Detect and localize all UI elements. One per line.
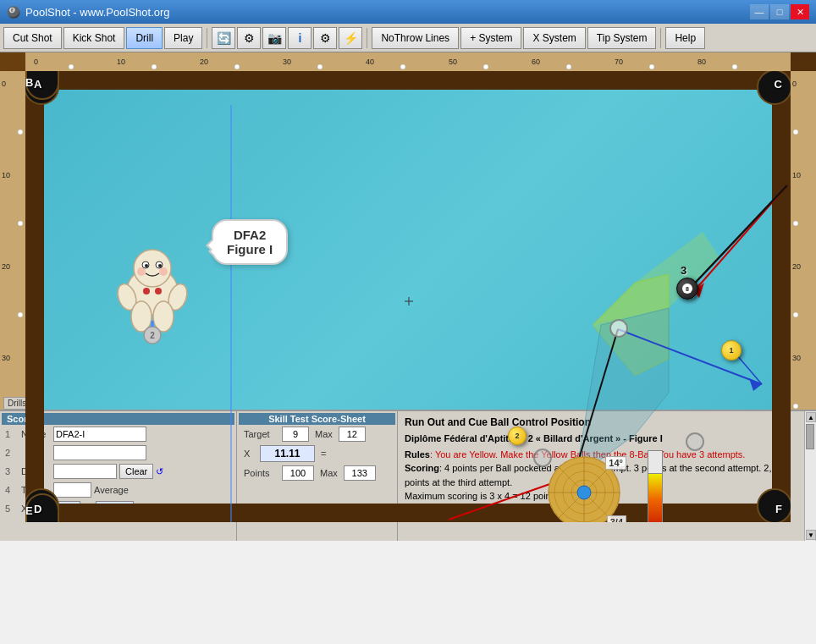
- svg-point-43: [18, 312, 23, 317]
- svg-point-52: [793, 312, 798, 317]
- help-button[interactable]: Help: [665, 27, 705, 49]
- app-icon: 🎱: [7, 6, 20, 19]
- date-input[interactable]: [53, 464, 117, 479]
- yellow-ball-1: 1: [721, 340, 742, 361]
- svg-text:70: 70: [615, 58, 623, 66]
- clear-icon[interactable]: ↺: [156, 466, 163, 477]
- name-input[interactable]: [53, 427, 146, 442]
- eight-ball-label: 8: [686, 286, 689, 292]
- svg-text:20: 20: [792, 262, 801, 271]
- svg-point-53: [793, 404, 798, 409]
- max-input[interactable]: [339, 427, 366, 442]
- svg-point-15: [566, 64, 571, 69]
- toolbar-separator-2: [367, 28, 367, 48]
- toolbar-separator-3: [660, 28, 661, 48]
- svg-text:0: 0: [2, 80, 6, 88]
- lightning-icon-button[interactable]: ⚡: [339, 27, 362, 49]
- gear2-icon-button[interactable]: ⚙: [313, 27, 337, 49]
- svg-point-51: [793, 221, 798, 226]
- speech-bubble: DFA2 Figure I: [212, 219, 288, 265]
- svg-point-82: [143, 288, 150, 294]
- yellow-ball-2: 2: [508, 427, 527, 445]
- scrollbar[interactable]: ▲ ▼: [804, 411, 816, 541]
- close-button[interactable]: ✕: [791, 4, 809, 19]
- svg-point-42: [18, 221, 23, 226]
- clear-button[interactable]: Clear: [119, 464, 153, 479]
- skill-x-label: X: [244, 449, 254, 459]
- rules-label: Rules: [405, 449, 430, 460]
- x-result-box: 11.11: [260, 445, 315, 462]
- x-system-button[interactable]: X System: [523, 27, 585, 49]
- points-input[interactable]: [282, 465, 314, 481]
- info-icon-button[interactable]: i: [288, 27, 312, 49]
- ghost-ball-1: [609, 319, 628, 338]
- maximize-button[interactable]: □: [770, 4, 789, 19]
- svg-text:20: 20: [200, 58, 208, 66]
- svg-text:2: 2: [150, 331, 155, 340]
- skill-x-row: X 11.11 =: [239, 443, 395, 464]
- max-label-2: Max: [320, 468, 338, 478]
- plus-system-button[interactable]: + System: [460, 27, 521, 49]
- drill-button[interactable]: Drill: [126, 27, 163, 49]
- skill-target-row: Target Max: [239, 425, 395, 443]
- mascot-character: 2: [106, 236, 199, 346]
- row-4-num: 4: [5, 485, 19, 495]
- minimize-button[interactable]: —: [750, 4, 769, 19]
- row-1-num: 1: [5, 429, 19, 439]
- skill-title: Skill Test Score-Sheet: [239, 413, 395, 425]
- row-5-num: 5: [5, 504, 19, 514]
- settings-icon-button[interactable]: ⚙: [237, 27, 261, 49]
- no-throw-button[interactable]: NoThrow Lines: [372, 27, 459, 49]
- kick-shot-button[interactable]: Kick Shot: [63, 27, 125, 49]
- ghost-ball-3: [686, 432, 704, 451]
- pocket-e-label: E: [25, 504, 33, 517]
- info-subtitle: Diplôme Fédéral d'Aptitude 2 « Billard d…: [405, 432, 797, 446]
- svg-point-13: [400, 64, 405, 69]
- svg-text:10: 10: [792, 171, 801, 179]
- cue-ball-display: 14° 3/4: [546, 454, 622, 522]
- svg-text:30: 30: [2, 354, 10, 362]
- camera-icon-button[interactable]: 📷: [262, 27, 286, 49]
- svg-point-75: [158, 264, 162, 267]
- svg-point-9: [69, 64, 74, 69]
- svg-point-76: [137, 267, 146, 276]
- skill-eq-label: =: [321, 449, 326, 459]
- resize-handle[interactable]: [806, 531, 816, 541]
- tip-system-button[interactable]: Tip System: [587, 27, 657, 49]
- average-label: Average: [94, 485, 129, 495]
- svg-text:20: 20: [2, 262, 10, 271]
- ball-2-label: 2: [515, 432, 519, 440]
- scroll-thumb[interactable]: [806, 424, 814, 449]
- svg-point-12: [317, 64, 323, 69]
- svg-point-14: [483, 64, 488, 69]
- power-bar-fill: [648, 473, 662, 522]
- svg-point-74: [145, 264, 148, 267]
- scroll-track: [805, 423, 816, 529]
- scroll-up-btn[interactable]: ▲: [806, 412, 816, 422]
- skill-test-panel: Skill Test Score-Sheet Target Max X 11.1…: [237, 411, 398, 541]
- refresh-icon-button[interactable]: 🔄: [212, 27, 235, 49]
- svg-text:30: 30: [283, 58, 291, 66]
- svg-text:60: 60: [532, 58, 540, 66]
- total-input[interactable]: [53, 482, 91, 498]
- row-2-num: 2: [5, 448, 19, 458]
- points-max-input[interactable]: [344, 465, 376, 481]
- row2-input[interactable]: [53, 445, 146, 460]
- svg-point-17: [732, 64, 737, 69]
- figure-subtitle: Figure I: [227, 242, 273, 256]
- equals-label: =: [85, 504, 91, 514]
- pocket-f-label: F: [775, 503, 782, 515]
- drills-tab-label: Drills: [3, 397, 30, 410]
- pocket-a-label: A: [34, 78, 41, 91]
- play-button[interactable]: Play: [164, 27, 202, 49]
- target-input[interactable]: [282, 427, 309, 442]
- svg-point-11: [234, 64, 240, 69]
- svg-text:30: 30: [792, 354, 801, 362]
- info-title: Run Out and Cue Ball Control Position: [405, 415, 797, 430]
- scoring-label: Scoring: [405, 463, 439, 473]
- max-label-1: Max: [315, 429, 333, 439]
- cut-shot-button[interactable]: Cut Shot: [3, 27, 62, 49]
- row2: 2: [2, 443, 234, 462]
- svg-point-10: [152, 64, 157, 69]
- pocket-b-label: B: [25, 76, 33, 89]
